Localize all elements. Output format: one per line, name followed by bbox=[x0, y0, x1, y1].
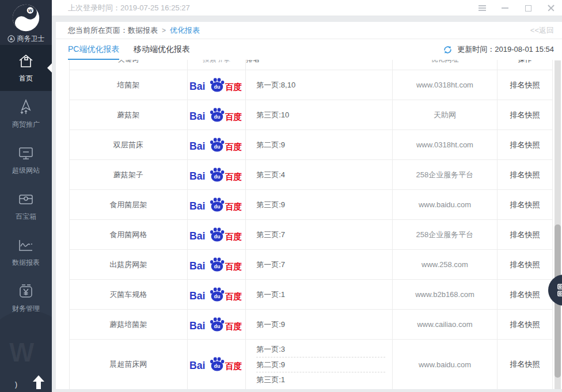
ranking-value: 第一页:3 bbox=[256, 342, 385, 357]
snapshot-link[interactable]: 排名快照 bbox=[498, 310, 552, 339]
snapshot-link[interactable]: 排名快照 bbox=[498, 100, 552, 130]
app-logo-icon: W bbox=[12, 3, 40, 32]
scroll-top-icon[interactable] bbox=[32, 375, 45, 390]
snapshot-link[interactable]: 排名快照 bbox=[498, 160, 552, 189]
table-row: 培菌架 Bai du 百度 第一页:8,10 www.0318ht.com 排名… bbox=[70, 70, 552, 100]
svg-text:du: du bbox=[214, 324, 220, 329]
snapshot-link[interactable]: 排名快照 bbox=[498, 340, 552, 389]
search-engine-cell: Bai du 百度 bbox=[188, 340, 246, 389]
toolbox-icon bbox=[17, 191, 35, 208]
column-header: 优化网址 bbox=[393, 60, 498, 70]
baidu-logo-icon: Bai du 百度 bbox=[189, 136, 244, 154]
search-engine-cell: Bai du 百度 bbox=[188, 70, 246, 100]
table-row: 食用菌网格 Bai du 百度 第三页:7 258企业服务平台 排名快照 bbox=[70, 219, 552, 249]
baidu-logo-icon: Bai du 百度 bbox=[189, 316, 244, 333]
menu-button[interactable] bbox=[478, 4, 486, 12]
breadcrumb-section: 数据报表 bbox=[128, 25, 158, 36]
svg-text:百度: 百度 bbox=[225, 202, 242, 211]
ranking-value: 第三页:1 bbox=[256, 372, 385, 387]
sidebar-item-toolbox[interactable]: 百宝箱 bbox=[0, 183, 52, 229]
sidebar-item-label: 超级网站 bbox=[12, 166, 40, 176]
snapshot-link[interactable]: 排名快照 bbox=[498, 190, 552, 219]
keyword-cell: 出菇房网架 bbox=[70, 250, 188, 279]
table-row: 蘑菇架子 Bai du 百度 第三页:4 258企业服务平台 排名快照 bbox=[70, 159, 552, 189]
website-cell: www.0318ht.com bbox=[393, 130, 498, 159]
ranking-cell: 第一页:9 bbox=[246, 310, 392, 339]
minimize-icon bbox=[502, 7, 508, 9]
snapshot-link[interactable]: 排名快照 bbox=[498, 250, 552, 279]
svg-text:W: W bbox=[28, 8, 33, 13]
sidebar-item-website[interactable]: 超级网站 bbox=[0, 137, 52, 183]
search-engine-cell: Bai du 百度 bbox=[188, 130, 246, 159]
maximize-button[interactable] bbox=[524, 4, 532, 12]
minimize-button[interactable] bbox=[501, 4, 509, 12]
sidebar-item-reports[interactable]: 数据报表 bbox=[0, 229, 52, 275]
svg-text:Bai: Bai bbox=[189, 110, 205, 121]
ranking-value: 第一页:7 bbox=[256, 257, 385, 272]
sidebar-item-label: 百宝箱 bbox=[16, 212, 36, 222]
ranking-cell: 第三页:7 bbox=[246, 220, 392, 249]
titlebar: 上次登录时间：2019-07-25 16:25:27 bbox=[52, 0, 562, 16]
svg-text:百度: 百度 bbox=[225, 262, 242, 271]
sidebar-item-promotion[interactable]: 商贸推广 bbox=[0, 91, 52, 137]
table-header: 关键词 搜索引擎 排名 优化网址 操作 bbox=[70, 60, 552, 70]
keyword-cell: 晨超苗床网 bbox=[70, 340, 188, 389]
report-table: 关键词 搜索引擎 排名 优化网址 操作 培菌架 Bai du 百度 第一页: bbox=[69, 60, 553, 389]
svg-text:Bai: Bai bbox=[189, 260, 205, 271]
baidu-logo-icon: Bai du 百度 bbox=[189, 166, 244, 184]
back-link[interactable]: <<返回 bbox=[530, 25, 554, 36]
ranking-cell: 第一页:3第二页:9第三页:1 bbox=[246, 340, 392, 389]
update-area: 更新时间：2019-08-01 15:54 bbox=[443, 39, 554, 60]
svg-text:百度: 百度 bbox=[225, 232, 242, 241]
table-row: 晨超苗床网 Bai du 百度 第一页:3第二页:9第三页:1 www.baid… bbox=[70, 339, 552, 389]
baidu-logo-icon: Bai du 百度 bbox=[189, 196, 244, 214]
svg-text:百度: 百度 bbox=[225, 361, 242, 371]
search-engine-cell: Bai du 百度 bbox=[188, 280, 246, 309]
breadcrumb-prefix: 您当前所在页面： bbox=[68, 25, 128, 36]
ranking-cell: 第一页:8,10 bbox=[246, 70, 392, 100]
snapshot-link[interactable]: 排名快照 bbox=[498, 130, 552, 159]
brand: W A 商务卫士 bbox=[0, 0, 52, 45]
sidebar-watermark-letter: W bbox=[9, 337, 34, 368]
ranking-cell: 第三页:4 bbox=[246, 160, 392, 189]
maximize-icon bbox=[525, 5, 531, 12]
keyword-cell: 蘑菇架子 bbox=[70, 160, 188, 189]
svg-text:Bai: Bai bbox=[189, 360, 205, 371]
breadcrumb-current: 优化报表 bbox=[170, 25, 200, 36]
svg-text:du: du bbox=[214, 144, 220, 150]
website-cell: 258企业服务平台 bbox=[393, 220, 498, 249]
svg-text:百度: 百度 bbox=[225, 322, 242, 331]
baidu-logo-icon: Bai du 百度 bbox=[189, 77, 244, 94]
refresh-icon[interactable] bbox=[443, 45, 453, 55]
sidebar-item-home[interactable]: 首页 bbox=[0, 45, 52, 91]
baidu-logo-icon: Bai du 百度 bbox=[189, 356, 244, 373]
ranking-value: 第二页:9 bbox=[256, 138, 385, 153]
svg-text:百度: 百度 bbox=[225, 82, 242, 92]
snapshot-link[interactable]: 排名快照 bbox=[498, 70, 552, 100]
brand-name: 商务卫士 bbox=[17, 34, 45, 44]
close-button[interactable] bbox=[547, 4, 555, 12]
ranking-cell: 第一页:1 bbox=[246, 280, 392, 309]
ranking-value: 第一页:8,10 bbox=[256, 78, 385, 93]
website-cell: www.b2b168.com bbox=[393, 280, 498, 309]
tab-pc-report[interactable]: PC端优化报表 bbox=[68, 39, 119, 60]
baidu-logo-icon: Bai du 百度 bbox=[189, 226, 244, 243]
snapshot-link[interactable]: 排名快照 bbox=[498, 220, 552, 249]
svg-text:百度: 百度 bbox=[225, 172, 242, 181]
snapshot-link[interactable]: 排名快照 bbox=[498, 280, 552, 309]
svg-text:du: du bbox=[214, 174, 220, 180]
vertical-scrollbar[interactable] bbox=[555, 60, 561, 389]
breadcrumb-separator-icon: > bbox=[162, 26, 166, 35]
table-row: 食用菌层架 Bai du 百度 第三页:9 www.baidu.com 排名快照 bbox=[70, 189, 552, 219]
keyword-cell: 蘑菇培菌架 bbox=[70, 310, 188, 339]
tab-mobile-report[interactable]: 移动端优化报表 bbox=[134, 39, 190, 60]
main-area: 上次登录时间：2019-07-25 16:25:27 您当前所在页面： 数据报表… bbox=[52, 0, 562, 392]
search-engine-cell: Bai du 百度 bbox=[188, 250, 246, 279]
sidebar-item-label: 数据报表 bbox=[12, 258, 40, 268]
sidebar-item-label: 商贸推广 bbox=[12, 120, 40, 130]
table-row: 出菇房网架 Bai du 百度 第一页:7 www.258.com 排名快照 bbox=[70, 249, 552, 279]
svg-text:Bai: Bai bbox=[189, 290, 205, 301]
active-notch bbox=[47, 63, 52, 73]
home-icon bbox=[17, 52, 35, 70]
content-panel: 您当前所在页面： 数据报表 > 优化报表 <<返回 PC端优化报表 移动端优化报… bbox=[56, 22, 562, 389]
